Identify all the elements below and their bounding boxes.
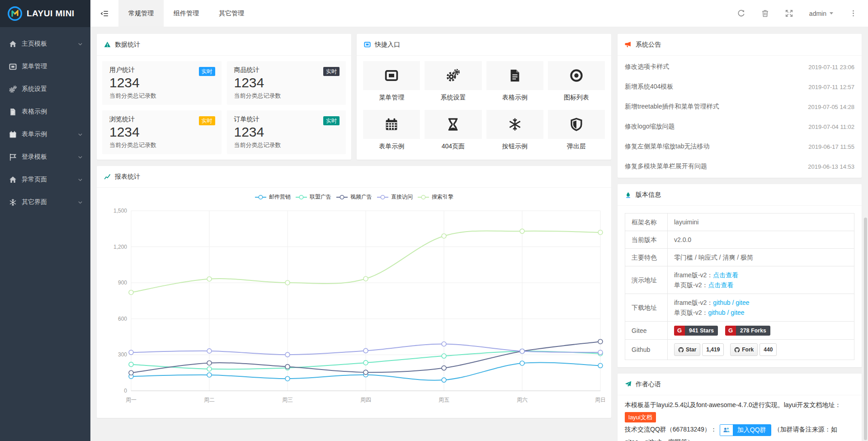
caret-down-icon [830,12,833,14]
chevron-down-icon [77,41,83,47]
author-line-2: 技术交流QQ群（667813249）：加入QQ群（加群请备注来源：如gitee、… [625,423,854,441]
announcement-list: 修改选项卡样式 2019-07-11 23:06 新增系统404模板 2019-… [618,56,862,178]
svg-text:900: 900 [118,280,127,286]
sidebar-item-login-template[interactable]: 登录模板 [0,146,90,168]
sidebar-item-label: 其它界面 [22,198,77,206]
file-icon [9,108,17,116]
quick-entry-menu-management[interactable]: 菜单管理 [363,61,420,102]
github-star-button[interactable]: Star [674,343,700,356]
join-qq-group-button[interactable]: 加入QQ群 [720,424,771,436]
tab-component-management[interactable]: 组件管理 [164,0,209,27]
quick-entry-button-example[interactable]: 按钮示例 [486,110,543,151]
refresh-icon[interactable] [737,9,745,17]
version-info-card: 版本信息 框架名称 layuimini 当前版本 v2.0.0 主要特色 零门槛… [618,184,862,367]
tab-bar: 常规管理 组件管理 其它管理 [118,0,254,27]
sidebar-menu: 主页模板 菜单管理 系统设置 表格示例 表单示例 登录模板 异常页面 [0,27,90,213]
github-star-count[interactable]: 1,419 [702,343,724,356]
download-spa-links[interactable]: github / gitee [708,309,744,316]
card-header: 版本信息 [618,184,862,206]
shield-icon [570,118,583,131]
status-badge: 实时 [323,67,340,76]
legend-item[interactable]: 搜索引擎 [417,193,453,201]
github-badges: Star 1,419 Fork 440 [668,340,854,360]
more-vertical-icon[interactable] [849,9,857,17]
sidebar-item-other-pages[interactable]: 其它界面 [0,191,90,213]
status-badge: 实时 [199,116,215,125]
sidebar-item-label: 表格示例 [22,108,83,116]
demo-links: iframe版-v2：点击查看 单页版-v2：点击查看 [668,266,854,294]
svg-text:周五: 周五 [439,397,449,403]
github-fork-count[interactable]: 440 [760,343,777,356]
legend-item[interactable]: 邮件营销 [255,193,291,201]
sidebar-item-home-template[interactable]: 主页模板 [0,33,90,55]
app-title: LAYUI MINI [27,9,75,19]
svg-text:0: 0 [124,388,127,394]
tab-other-management[interactable]: 其它管理 [209,0,254,27]
card-title: 报表统计 [115,173,140,181]
home-icon [9,176,17,184]
sidebar-item-error-pages[interactable]: 异常页面 [0,168,90,191]
legend-item[interactable]: 联盟广告 [295,193,331,201]
sidebar-item-table-example[interactable]: 表格示例 [0,100,90,123]
report-line-chart[interactable]: 03006009001,2001,500周一周二周三周四周五周六周日 [103,202,605,414]
card-header: 报表统计 [97,166,611,188]
gitee-stars-badge[interactable]: G 941 Stars [674,326,718,336]
stat-desc: 当前分类总记录数 [234,141,339,149]
file-icon [508,69,522,82]
sidebar-item-menu-management[interactable]: 菜单管理 [0,55,90,78]
svg-text:周二: 周二 [204,397,215,403]
warning-triangle-icon [104,41,111,48]
chart-legend: 邮件营销联盟广告视频广告直接访问搜索引擎 [97,188,611,202]
announcement-item: 修改选项卡样式 2019-07-11 23:06 [618,57,862,77]
announcement-item: 修复左侧菜单缩放tab无法移动 2019-06-17 11:55 [618,137,862,156]
vertical-scrollbar[interactable] [864,28,868,440]
stat-value: 1234 [109,123,214,141]
quick-entry-popup-layer[interactable]: 弹出层 [548,110,605,151]
scrollbar-thumb[interactable] [864,218,867,440]
quick-entry-icon-list[interactable]: 图标列表 [548,61,605,102]
quick-entry-table-example[interactable]: 表格示例 [486,61,543,102]
demo-spa-link[interactable]: 点击查看 [708,281,733,289]
sidebar-item-form-example[interactable]: 表单示例 [0,123,90,146]
layui-logo-icon [7,6,23,21]
chevron-down-icon [77,177,83,183]
user-menu[interactable]: admin [809,10,833,17]
download-iframe-links[interactable]: github / gitee [713,299,749,306]
tab-label: 组件管理 [174,9,199,18]
gitee-forks-badge[interactable]: G 278 Forks [725,326,770,336]
quick-entry-label: 404页面 [425,142,481,151]
quick-entry-label: 表格示例 [486,94,543,102]
gears-icon [9,85,17,93]
sidebar-item-system-settings[interactable]: 系统设置 [0,78,90,100]
github-fork-button[interactable]: Fork [730,343,758,356]
chevron-down-icon [77,154,83,160]
legend-item[interactable]: 直接访问 [377,193,413,201]
legend-item[interactable]: 视频广告 [336,193,372,201]
github-star-widget: Star 1,419 [674,343,724,356]
trash-icon[interactable] [761,9,769,17]
announcement-title: 修复多模块菜单栏展开有问题 [625,162,707,171]
announcement-date: 2019-07-11 12:57 [808,84,854,90]
quick-entry-system-settings[interactable]: 系统设置 [425,61,481,102]
megaphone-icon [625,41,632,48]
chart-container: 03006009001,2001,500周一周二周三周四周五周六周日 [97,202,611,418]
quick-entry-form-example[interactable]: 表单示例 [363,110,420,151]
quick-entry-404-page[interactable]: 404页面 [425,110,481,151]
status-badge: 实时 [199,67,215,76]
tab-general-management[interactable]: 常规管理 [118,0,164,27]
sidebar-item-label: 主页模板 [22,40,77,48]
announcement-item: 新增系统404模板 2019-07-11 12:57 [618,77,862,97]
table-row: 下载地址 iframe版-v2：github / gitee 单页版-v2：gi… [625,294,854,322]
stat-desc: 当前分类总记录数 [109,92,214,100]
fullscreen-icon[interactable] [785,9,793,17]
quick-grid: 菜单管理 系统设置 表格示例 图标列表 [357,56,611,156]
shrink-menu-icon [100,9,108,18]
svg-text:1,500: 1,500 [113,208,127,214]
dot-circle-icon [570,69,583,82]
layui-doc-badge[interactable]: layui文档 [625,412,656,422]
demo-iframe-link[interactable]: 点击查看 [713,271,738,279]
legend-marker-icon [295,194,307,200]
announcement-item: 新增treetable插件和菜单管理样式 2019-07-05 14:28 [618,97,862,117]
sidebar-collapse-button[interactable] [90,0,118,27]
home-icon [9,40,17,48]
